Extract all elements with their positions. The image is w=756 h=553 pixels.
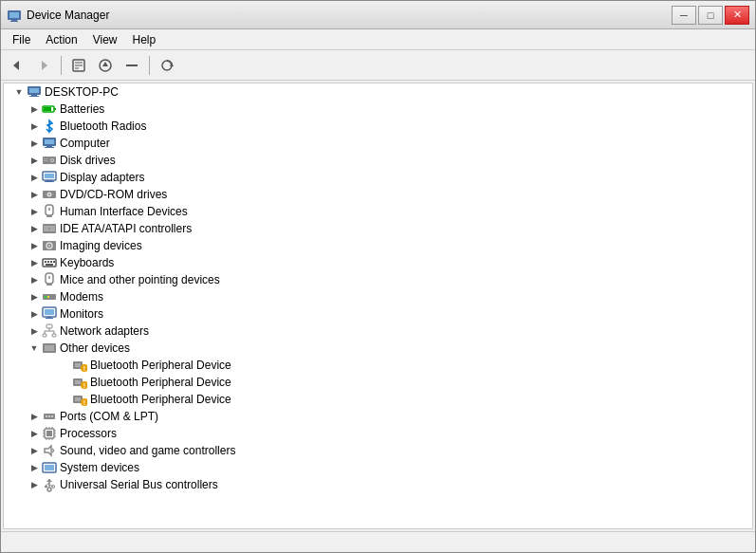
svg-rect-49 — [47, 261, 49, 263]
hid-expand[interactable]: ▶ — [27, 204, 42, 219]
title-buttons: ─ □ ✕ — [672, 6, 749, 25]
tree-item-modems[interactable]: ▶ Modems — [4, 288, 752, 305]
svg-rect-109 — [45, 486, 47, 488]
toolbar — [1, 50, 755, 81]
window-title: Device Manager — [27, 9, 109, 22]
system-icon — [42, 460, 57, 475]
menu-view[interactable]: View — [85, 31, 125, 48]
sound-expand[interactable]: ▶ — [27, 443, 42, 458]
svg-rect-33 — [46, 180, 52, 181]
tree-root[interactable]: ▼ DESKTOP-PC — [4, 83, 752, 101]
mice-label: Mice and other pointing devices — [60, 273, 220, 286]
svg-rect-64 — [43, 334, 46, 337]
close-button[interactable]: ✕ — [725, 6, 749, 25]
tree-item-batteries[interactable]: ▶ Batteries — [4, 101, 752, 118]
tree-item-mice[interactable]: ▶ Mice and other pointing devices — [4, 271, 752, 288]
tree-item-ide[interactable]: ▶ IDE ATA/ATAPI controllers — [4, 220, 752, 237]
status-bar — [1, 531, 755, 552]
toolbar-sep-2 — [149, 56, 150, 75]
menu-help[interactable]: Help — [125, 31, 164, 48]
disk-expand[interactable]: ▶ — [27, 153, 42, 168]
root-expand[interactable]: ▼ — [11, 84, 27, 100]
update-driver-button[interactable] — [93, 54, 118, 77]
tree-item-bt-periph-2[interactable]: ▶ ! Bluetooth Peripheral Device — [4, 374, 752, 391]
svg-rect-65 — [52, 334, 56, 337]
svg-rect-50 — [50, 261, 52, 263]
tree-item-hid[interactable]: ▶ Human Interface Devices — [4, 203, 752, 220]
tree-item-ports[interactable]: ▶ Ports (COM & LPT) — [4, 408, 752, 425]
uninstall-button[interactable] — [120, 54, 144, 77]
tree-item-keyboards[interactable]: ▶ Keyboards — [4, 254, 752, 271]
imaging-expand[interactable]: ▶ — [27, 238, 42, 253]
svg-rect-40 — [46, 215, 52, 217]
ports-expand[interactable]: ▶ — [27, 409, 42, 424]
toolbar-sep-1 — [61, 56, 62, 75]
title-bar-left: Device Manager — [7, 8, 109, 23]
warning-icon-2: ! — [72, 375, 87, 390]
back-button[interactable] — [5, 54, 29, 77]
disk-label: Disk drives — [60, 154, 116, 167]
svg-rect-21 — [44, 107, 51, 111]
svg-rect-73 — [75, 363, 81, 367]
svg-point-46 — [48, 245, 50, 247]
ide-label: IDE ATA/ATAPI controllers — [60, 222, 192, 235]
scan-button[interactable] — [155, 54, 179, 77]
other-expand[interactable]: ▼ — [27, 341, 42, 356]
bluetooth-expand[interactable]: ▶ — [27, 119, 42, 134]
ide-expand[interactable]: ▶ — [27, 221, 42, 236]
svg-rect-81 — [75, 397, 81, 401]
network-expand[interactable]: ▶ — [27, 323, 42, 339]
tree-item-bt-periph-3[interactable]: ▶ ! Bluetooth Peripheral Device — [4, 391, 752, 408]
svg-rect-52 — [46, 264, 53, 266]
mice-expand[interactable]: ▶ — [27, 272, 42, 287]
svg-rect-18 — [29, 96, 39, 97]
tree-item-system[interactable]: ▶ System devices — [4, 459, 752, 476]
svg-rect-23 — [45, 139, 54, 144]
modems-expand[interactable]: ▶ — [27, 289, 42, 304]
usb-expand[interactable]: ▶ — [27, 477, 42, 492]
tree-item-network[interactable]: ▶ Network adapters — [4, 323, 752, 340]
svg-point-58 — [47, 296, 49, 298]
forward-button[interactable] — [31, 54, 56, 77]
properties-button[interactable] — [66, 54, 91, 77]
tree-item-computer[interactable]: ▶ Computer — [4, 135, 752, 152]
tree-item-monitors[interactable]: ▶ Monitors — [4, 305, 752, 323]
monitors-expand[interactable]: ▶ — [27, 306, 42, 322]
svg-point-86 — [48, 415, 50, 417]
ports-label: Ports (COM & LPT) — [60, 410, 158, 423]
minimize-button[interactable]: ─ — [672, 6, 696, 25]
display-expand[interactable]: ▶ — [27, 170, 42, 185]
batteries-expand[interactable]: ▶ — [27, 101, 42, 117]
tree-item-bt-periph-1[interactable]: ▶ ! Bluetooth Peripheral Device — [4, 357, 752, 374]
usb-label: Universal Serial Bus controllers — [60, 478, 218, 491]
svg-text:!: ! — [83, 399, 85, 406]
system-expand[interactable]: ▶ — [27, 460, 42, 475]
keyboards-expand[interactable]: ▶ — [27, 255, 42, 270]
dvd-icon — [42, 187, 57, 202]
tree-item-disk[interactable]: ▶ Disk drives — [4, 152, 752, 169]
menu-action[interactable]: Action — [38, 31, 84, 48]
menu-file[interactable]: File — [5, 31, 38, 48]
tree-item-display[interactable]: ▶ Display adapters — [4, 169, 752, 186]
properties-icon — [71, 58, 86, 73]
svg-rect-17 — [31, 95, 37, 96]
tree-item-sound[interactable]: ▶ Sound, video and game controllers — [4, 442, 752, 459]
processor-icon — [42, 426, 57, 441]
tree-item-usb[interactable]: ▶ Universal Serial Bus controllers — [4, 476, 752, 493]
tree-item-dvd[interactable]: ▶ DVD/CD-ROM drives — [4, 186, 752, 203]
device-tree[interactable]: ▼ DESKTOP-PC ▶ — [3, 83, 753, 529]
tree-item-bluetooth[interactable]: ▶ Bluetooth Radios — [4, 118, 752, 135]
processors-expand[interactable]: ▶ — [27, 426, 42, 441]
restore-button[interactable]: □ — [698, 6, 723, 25]
tree-item-imaging[interactable]: ▶ Imaging devices — [4, 237, 752, 254]
tree-item-other[interactable]: ▼ Other devices — [4, 340, 752, 357]
svg-rect-62 — [46, 318, 53, 319]
tree-item-processors[interactable]: ▶ — [4, 425, 752, 442]
monitor-icon — [42, 306, 57, 322]
computer-expand[interactable]: ▶ — [27, 136, 42, 151]
svg-rect-55 — [46, 284, 52, 286]
dvd-expand[interactable]: ▶ — [27, 187, 42, 202]
svg-text:!: ! — [83, 365, 85, 372]
app-icon — [7, 8, 22, 23]
device-manager-window: Device Manager ─ □ ✕ File Action View He… — [0, 0, 756, 553]
